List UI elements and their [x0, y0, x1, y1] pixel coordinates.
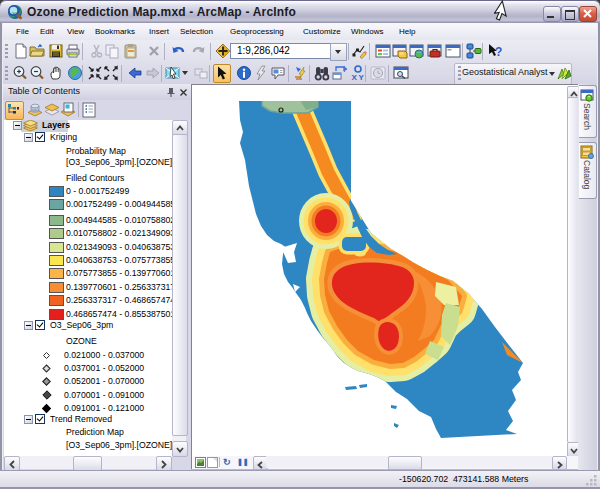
svg-text:?: ?: [495, 45, 502, 59]
svg-text:X: X: [352, 73, 358, 81]
svg-text:Y: Y: [359, 73, 365, 81]
